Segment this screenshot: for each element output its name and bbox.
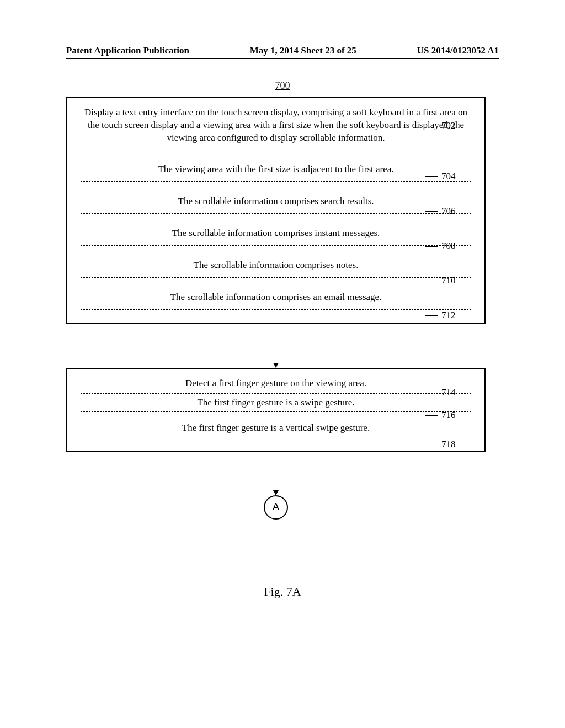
step-706-text: The scrollable information comprises sea…	[178, 196, 374, 206]
lead-line	[425, 445, 438, 445]
step-704-text: The viewing area with the first size is …	[158, 164, 393, 174]
connector-label: A	[273, 501, 279, 513]
ref-714: 714	[441, 387, 456, 398]
figure-caption: Fig. 7A	[0, 585, 565, 599]
lead-line	[425, 211, 438, 212]
ref-702: 702	[441, 120, 456, 131]
flowchart: Display a text entry interface on the to…	[66, 97, 486, 520]
page-header: Patent Application Publication May 1, 20…	[66, 45, 499, 56]
step-712-text: The scrollable information comprises an …	[170, 292, 382, 302]
connector-1	[276, 324, 276, 363]
step-716-text: The first finger gesture is a swipe gest…	[197, 397, 354, 408]
step-702: Display a text entry interface on the to…	[66, 97, 486, 324]
ref-704: 704	[441, 171, 456, 182]
step-712: The scrollable information comprises an …	[81, 285, 471, 310]
ref-706: 706	[441, 206, 456, 217]
step-714-text: Detect a first finger gesture on the vie…	[75, 373, 477, 390]
lead-line	[425, 176, 438, 177]
ref-708: 708	[441, 240, 456, 251]
header-left: Patent Application Publication	[66, 45, 189, 56]
lead-line	[425, 246, 438, 247]
ref-710: 710	[441, 275, 456, 286]
arrowhead-icon	[273, 363, 279, 368]
figure-number: 700	[0, 80, 565, 92]
connector-2	[276, 452, 276, 490]
step-718-text: The first finger gesture is a vertical s…	[182, 422, 370, 433]
step-714: Detect a first finger gesture on the vie…	[66, 368, 486, 452]
lead-line	[425, 315, 438, 316]
step-710-text: The scrollable information comprises not…	[194, 260, 359, 270]
ref-712: 712	[441, 310, 456, 321]
header-center: May 1, 2014 Sheet 23 of 25	[250, 45, 356, 56]
step-708-text: The scrollable information comprises ins…	[172, 228, 380, 238]
lead-line	[425, 281, 438, 281]
lead-line	[425, 415, 438, 416]
step-716: The first finger gesture is a swipe gest…	[81, 393, 471, 412]
header-right: US 2014/0123052 A1	[417, 45, 499, 56]
lead-line	[425, 126, 438, 126]
header-rule	[66, 58, 499, 59]
ref-716: 716	[441, 410, 456, 421]
step-718: The first finger gesture is a vertical s…	[81, 419, 471, 437]
step-710: The scrollable information comprises not…	[81, 253, 471, 278]
step-706: The scrollable information comprises sea…	[81, 189, 471, 214]
step-704: The viewing area with the first size is …	[81, 157, 471, 182]
lead-line	[425, 393, 438, 393]
arrowhead-icon	[273, 490, 279, 495]
step-708: The scrollable information comprises ins…	[81, 221, 471, 246]
off-page-connector: A	[264, 495, 288, 520]
step-702-text: Display a text entry interface on the to…	[75, 104, 477, 150]
ref-718: 718	[441, 439, 456, 450]
